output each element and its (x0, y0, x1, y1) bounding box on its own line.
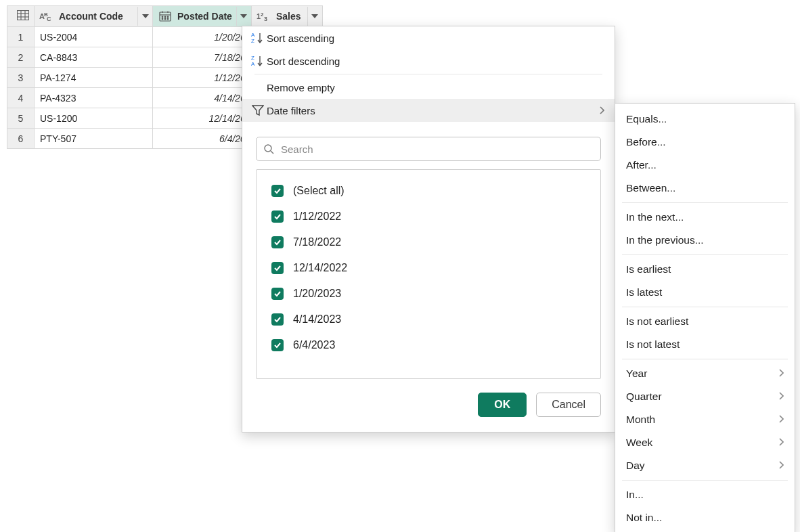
date-filter-option[interactable]: Equals... (615, 108, 795, 131)
cell-date[interactable]: 4/14/20 (153, 88, 252, 108)
column-filter-toggle[interactable] (236, 7, 251, 26)
row-number: 2 (7, 47, 35, 68)
date-filter-option[interactable]: Between... (615, 177, 795, 200)
chevron-down-icon (240, 14, 247, 18)
option-label: After... (626, 159, 784, 171)
svg-text:A: A (251, 32, 255, 38)
date-type-icon (157, 11, 173, 22)
cell-date[interactable]: 1/20/20 (153, 27, 252, 47)
ok-button[interactable]: OK (478, 393, 527, 417)
separator (254, 74, 602, 74)
option-label: Day (626, 460, 778, 472)
chevron-right-icon (599, 105, 604, 116)
svg-text:A: A (251, 61, 255, 67)
column-label: Sales (276, 11, 303, 22)
checkbox-checked-icon (271, 339, 284, 351)
cell-date[interactable]: 1/12/20 (153, 68, 252, 88)
column-header-sales[interactable]: 1 2 3 Sales (251, 6, 322, 27)
date-filters[interactable]: Date filters (242, 99, 615, 122)
search-box[interactable] (256, 137, 601, 161)
value-label: 4/14/2023 (293, 313, 341, 326)
svg-point-12 (162, 16, 163, 18)
date-filter-option[interactable]: Week (615, 431, 795, 454)
filter-values: (Select all) 1/12/20227/18/202212/14/202… (256, 169, 601, 379)
date-filter-option[interactable]: Is not latest (615, 333, 795, 356)
checkbox-checked-icon (271, 210, 284, 223)
svg-text:Z: Z (251, 55, 254, 61)
svg-point-15 (162, 18, 163, 20)
row-number: 1 (7, 27, 35, 47)
option-label: Is latest (626, 286, 784, 298)
search-icon (263, 143, 274, 154)
cell-account[interactable]: US-2004 (35, 27, 153, 47)
checkbox-checked-icon (271, 185, 284, 197)
cell-account[interactable]: CA-8843 (35, 47, 153, 68)
checkbox-checked-icon (271, 313, 284, 326)
column-header-posted-date[interactable]: Posted Date (153, 6, 252, 27)
date-filter-option[interactable]: Is earliest (615, 258, 795, 281)
date-filter-option[interactable]: Is latest (615, 281, 795, 304)
cell-account[interactable]: PTY-507 (35, 129, 153, 149)
checkbox-checked-icon (271, 288, 284, 300)
date-filter-option[interactable]: Not in... (615, 506, 795, 529)
column-filter-toggle[interactable] (137, 7, 152, 26)
svg-point-27 (265, 145, 271, 152)
button-label: OK (494, 399, 510, 411)
date-filter-option[interactable]: In the previous... (615, 229, 795, 252)
svg-rect-0 (17, 11, 28, 20)
separator (622, 480, 788, 481)
chevron-right-icon (778, 368, 784, 380)
select-all-row[interactable]: (Select all) (257, 178, 600, 204)
search-input[interactable] (280, 143, 594, 156)
date-filter-option[interactable]: Year (615, 362, 795, 385)
date-filter-option[interactable]: Day (615, 454, 795, 477)
svg-point-17 (167, 18, 169, 20)
date-filter-option[interactable]: Quarter (615, 385, 795, 408)
row-number-header[interactable] (7, 6, 35, 27)
separator (622, 307, 788, 307)
value-label: 12/14/2022 (293, 262, 347, 274)
date-filter-option[interactable]: In... (615, 483, 795, 506)
date-filter-option[interactable]: After... (615, 154, 795, 177)
svg-point-16 (164, 18, 166, 20)
value-label: 7/18/2022 (293, 236, 341, 248)
filter-value-row[interactable]: 1/12/2022 (257, 204, 600, 229)
cell-date[interactable]: 12/14/20 (153, 108, 252, 129)
column-filter-toggle[interactable] (307, 7, 322, 26)
value-label: 6/4/2023 (293, 339, 335, 351)
menu-label: Date filters (267, 105, 599, 116)
svg-point-13 (164, 16, 166, 18)
date-filter-option[interactable]: Is not earliest (615, 310, 795, 333)
row-number: 5 (7, 108, 35, 129)
separator (622, 359, 788, 359)
svg-text:C: C (47, 16, 51, 22)
filter-value-row[interactable]: 12/14/2022 (257, 255, 600, 281)
date-filter-option[interactable]: Before... (615, 131, 795, 154)
chevron-right-icon (778, 437, 784, 449)
date-filter-option[interactable]: Month (615, 408, 795, 431)
filter-value-row[interactable]: 7/18/2022 (257, 229, 600, 255)
filter-value-row[interactable]: 1/20/2023 (257, 281, 600, 307)
cell-account[interactable]: US-1200 (35, 108, 153, 129)
cell-date[interactable]: 7/18/20 (153, 47, 252, 68)
sort-descending[interactable]: Z A Sort descending (242, 49, 615, 72)
option-label: Between... (626, 182, 784, 194)
svg-text:3: 3 (264, 16, 267, 22)
cell-account[interactable]: PA-1274 (35, 68, 153, 88)
sort-ascending[interactable]: A Z Sort ascending (242, 26, 615, 49)
separator (622, 254, 788, 255)
column-header-account[interactable]: A B C Account Code (35, 6, 153, 27)
filter-value-row[interactable]: 6/4/2023 (257, 332, 600, 358)
text-type-icon: A B C (39, 11, 55, 22)
value-label: 1/12/2022 (293, 210, 341, 223)
option-label: Month (626, 414, 778, 426)
filter-value-row[interactable]: 4/14/2023 (257, 307, 600, 332)
remove-empty[interactable]: Remove empty (242, 76, 615, 99)
date-filter-option[interactable]: In the next... (615, 206, 795, 229)
cell-date[interactable]: 6/4/20 (153, 129, 252, 149)
option-label: Week (626, 437, 778, 449)
cancel-button[interactable]: Cancel (536, 393, 601, 417)
option-label: Before... (626, 136, 784, 148)
cell-account[interactable]: PA-4323 (35, 88, 153, 108)
button-label: Cancel (552, 399, 585, 411)
